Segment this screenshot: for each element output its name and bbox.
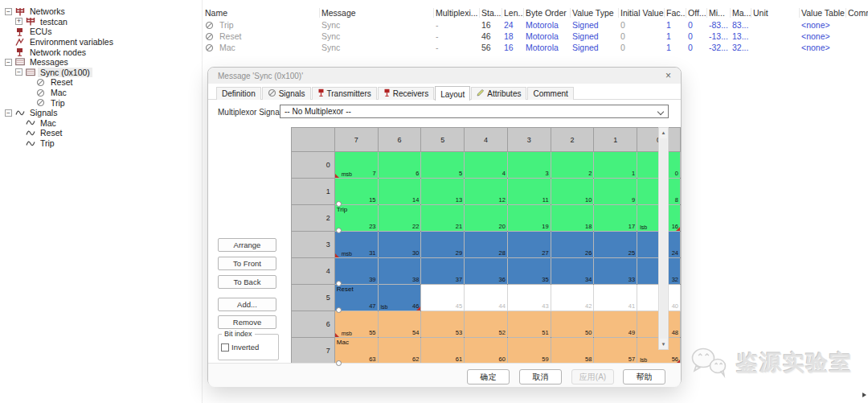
arrange-button[interactable]: Arrange (218, 238, 276, 252)
bit-cell-53[interactable]: 53 (421, 311, 465, 338)
tree-item-reset[interactable]: Reset (5, 77, 201, 88)
bit-cell-9[interactable]: 9 (594, 179, 637, 205)
bit-cell-36[interactable]: 36 (465, 258, 508, 285)
bit-cell-43[interactable]: 43 (507, 285, 551, 311)
bit-cell-7[interactable]: msb7 (334, 152, 378, 179)
column-header-offset[interactable]: Off... (686, 8, 707, 18)
close-icon[interactable]: × (665, 71, 671, 80)
bit-cell-22[interactable]: 22 (378, 205, 421, 232)
bit-cell-57[interactable]: 57 (594, 338, 637, 364)
bit-cell-26[interactable]: 26 (551, 232, 594, 258)
column-header-initial_value[interactable]: Initial Value (619, 8, 665, 18)
column-header-comment[interactable]: Comm (846, 8, 868, 18)
bit-cell-28[interactable]: 28 (465, 232, 508, 258)
tab-attributes[interactable]: Attributes (471, 87, 526, 100)
to-back-button[interactable]: To Back (218, 275, 276, 289)
bit-cell-51[interactable]: 51 (507, 311, 551, 338)
bit-cell-3[interactable]: 3 (507, 152, 551, 179)
bit-cell-1[interactable]: 1 (594, 152, 637, 179)
table-row[interactable]: TripSync-1624MotorolaSigned010-83...83..… (203, 19, 868, 31)
bit-cell-46[interactable]: lsb46 (378, 285, 421, 311)
tab-layout[interactable]: Layout (435, 86, 470, 101)
bit-cell-29[interactable]: 29 (421, 232, 465, 258)
add-button[interactable]: Add... (218, 298, 276, 311)
bit-cell-15[interactable]: 15 (334, 179, 378, 205)
tab-comment[interactable]: Comment (527, 87, 573, 100)
inverted-checkbox[interactable] (221, 343, 229, 352)
tree-item-mac[interactable]: Mac (5, 88, 201, 98)
column-header-unit[interactable]: Unit (751, 8, 800, 18)
scrollbar-thumb[interactable] (660, 138, 667, 339)
bit-cell-60[interactable]: 60 (465, 338, 508, 364)
tree-expander-icon[interactable]: − (5, 8, 12, 15)
tree-item-sync-0x100[interactable]: −Sync (0x100) (5, 68, 201, 78)
column-header-min[interactable]: Mi... (707, 8, 731, 18)
column-header-length[interactable]: Len... (502, 8, 524, 18)
bit-cell-6[interactable]: 6 (378, 152, 421, 179)
remove-button[interactable]: Remove (218, 315, 276, 329)
tree-item-trip[interactable]: Trip (5, 138, 201, 149)
bit-cell-37[interactable]: 37 (421, 258, 465, 285)
bit-cell-54[interactable]: 54 (378, 311, 421, 338)
tree-item-environment-variables[interactable]: Environment variables (5, 37, 201, 47)
bit-cell-63[interactable]: Mac63 (334, 338, 378, 364)
tree-item-testcan[interactable]: +testcan (5, 17, 201, 27)
tab-receivers[interactable]: Receivers (378, 87, 434, 100)
grid-scrollbar[interactable]: ▲ ▼ (658, 127, 669, 350)
bit-cell-11[interactable]: 11 (507, 179, 551, 205)
scroll-down-icon[interactable]: ▼ (659, 339, 668, 349)
inverted-checkbox-row[interactable]: Inverted (221, 343, 259, 352)
tree-item-signals[interactable]: −Signals (5, 108, 201, 118)
bit-cell-2[interactable]: 2 (551, 152, 594, 179)
bit-cell-62[interactable]: 62 (378, 338, 421, 364)
tree-item-network-nodes[interactable]: Network nodes (5, 47, 201, 57)
bit-cell-55[interactable]: msb55 (334, 311, 378, 338)
bit-cell-5[interactable]: 5 (421, 152, 465, 179)
bit-cell-61[interactable]: 61 (421, 338, 465, 364)
tab-transmitters[interactable]: Transmitters (312, 87, 377, 100)
tree-item-mac[interactable]: Mac (5, 118, 201, 129)
help-button[interactable]: 帮助 (623, 369, 665, 384)
bit-cell-27[interactable]: 27 (507, 232, 551, 258)
table-row[interactable]: ResetSync-4618MotorolaSigned010-13...13.… (203, 31, 868, 42)
tree-item-ecus[interactable]: ECUs (5, 27, 201, 37)
resize-handle[interactable] (336, 201, 342, 207)
bit-cell-19[interactable]: 19 (507, 205, 551, 232)
ok-button[interactable]: 确定 (467, 369, 510, 384)
bit-cell-35[interactable]: 35 (507, 258, 551, 285)
bit-cell-58[interactable]: 58 (551, 338, 594, 364)
bit-cell-59[interactable]: 59 (507, 338, 551, 364)
bit-cell-25[interactable]: 25 (594, 232, 637, 258)
bit-cell-23[interactable]: Trip23 (334, 205, 378, 232)
resize-handle[interactable] (336, 228, 342, 233)
tree-item-networks[interactable]: −Networks (5, 6, 201, 17)
cancel-button[interactable]: 取消 (519, 369, 562, 384)
column-header-message[interactable]: Message (320, 8, 434, 18)
column-header-multiplexing[interactable]: Multiplexi... (434, 8, 480, 18)
scroll-up-icon[interactable]: ▲ (659, 128, 668, 138)
apply-button[interactable]: 应用(A) (571, 369, 614, 384)
bit-cell-13[interactable]: 13 (421, 179, 465, 205)
dialog-title-bar[interactable]: Message 'Sync (0x100)' × (208, 68, 681, 84)
bit-cell-4[interactable]: 4 (465, 152, 508, 179)
bit-cell-42[interactable]: 42 (551, 285, 594, 311)
to-front-button[interactable]: To Front (218, 257, 276, 270)
bit-cell-49[interactable]: 49 (594, 311, 637, 338)
bit-cell-52[interactable]: 52 (465, 311, 508, 338)
bit-cell-12[interactable]: 12 (465, 179, 508, 205)
tree-expander-icon[interactable]: − (5, 109, 12, 117)
bit-cell-18[interactable]: 18 (551, 205, 594, 232)
bit-cell-14[interactable]: 14 (378, 179, 421, 205)
bit-cell-50[interactable]: 50 (551, 311, 594, 338)
column-header-value_table[interactable]: Value Table (800, 8, 846, 18)
bit-cell-45[interactable]: 45 (421, 285, 465, 311)
bit-cell-20[interactable]: 20 (465, 205, 508, 232)
column-header-value_type[interactable]: Value Type (571, 8, 619, 18)
bit-cell-38[interactable]: 38 (378, 258, 421, 285)
bit-cell-44[interactable]: 44 (465, 285, 508, 311)
tab-definition[interactable]: Definition (216, 87, 261, 100)
tab-signals[interactable]: Signals (262, 87, 311, 100)
tree-expander-icon[interactable]: + (15, 18, 23, 25)
column-header-factor[interactable]: Fac... (665, 8, 686, 18)
tree-item-messages[interactable]: −Messages (5, 57, 201, 68)
